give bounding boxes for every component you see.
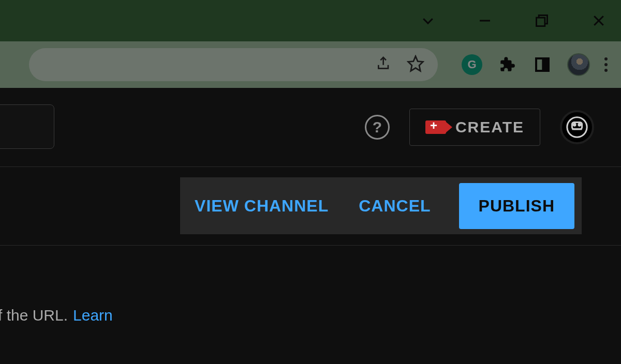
view-channel-button[interactable]: VIEW CHANNEL bbox=[193, 189, 331, 223]
omnibox[interactable] bbox=[29, 48, 438, 81]
star-icon[interactable] bbox=[407, 55, 424, 74]
svg-rect-2 bbox=[537, 18, 545, 26]
modal-dim-overlay bbox=[0, 0, 621, 41]
close-icon[interactable] bbox=[591, 13, 607, 28]
profile-avatar-icon[interactable] bbox=[567, 53, 590, 76]
create-button[interactable]: CREATE bbox=[409, 109, 540, 146]
action-bar-row: VIEW CHANNEL CANCEL PUBLISH bbox=[0, 167, 621, 246]
kebab-menu-icon[interactable] bbox=[604, 57, 608, 72]
content-area: f the URL. Learn bbox=[0, 246, 621, 364]
help-glyph: ? bbox=[373, 118, 382, 136]
maximize-icon[interactable] bbox=[534, 13, 550, 28]
chevron-down-icon[interactable] bbox=[420, 13, 436, 28]
puzzle-icon[interactable] bbox=[497, 54, 518, 75]
panel-icon[interactable] bbox=[532, 54, 553, 75]
svg-point-10 bbox=[573, 124, 575, 126]
grammarly-icon[interactable]: G bbox=[462, 54, 482, 75]
grammarly-glyph: G bbox=[467, 58, 476, 71]
learn-more-link[interactable]: Learn bbox=[73, 307, 113, 324]
publish-button[interactable]: PUBLISH bbox=[459, 183, 574, 229]
browser-toolbar: G bbox=[0, 41, 621, 88]
minimize-icon[interactable] bbox=[477, 13, 493, 28]
cancel-button[interactable]: CANCEL bbox=[357, 189, 433, 223]
help-icon[interactable]: ? bbox=[365, 115, 390, 140]
url-fragment-text: f the URL. bbox=[0, 307, 68, 324]
share-icon[interactable] bbox=[376, 55, 392, 74]
svg-marker-5 bbox=[408, 56, 423, 71]
create-button-label: CREATE bbox=[455, 118, 524, 136]
app-header: ? CREATE bbox=[0, 88, 621, 167]
search-input[interactable] bbox=[0, 104, 54, 149]
channel-avatar-icon[interactable] bbox=[560, 110, 594, 144]
video-camera-icon bbox=[425, 120, 446, 134]
url-help-text: f the URL. Learn bbox=[0, 307, 113, 324]
svg-point-11 bbox=[579, 124, 581, 126]
action-bar: VIEW CHANNEL CANCEL PUBLISH bbox=[180, 177, 582, 234]
svg-point-8 bbox=[567, 117, 587, 137]
window-titlebar bbox=[0, 0, 621, 41]
svg-rect-7 bbox=[543, 58, 549, 71]
